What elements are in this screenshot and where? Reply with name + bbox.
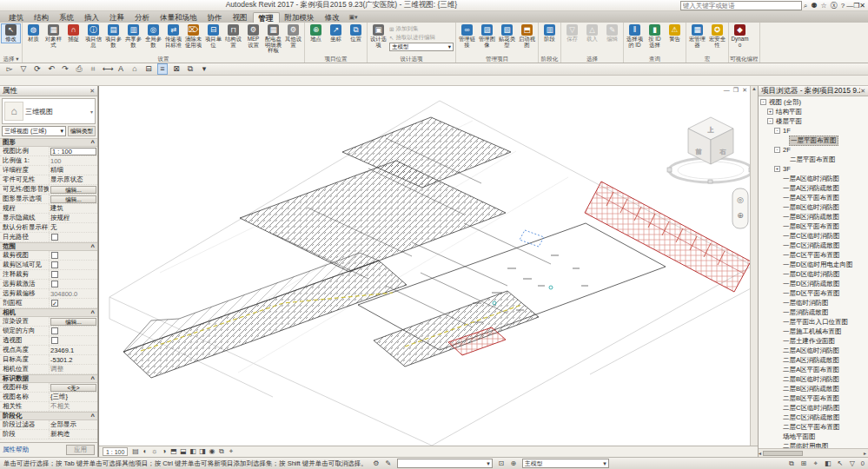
tree-expander-icon[interactable]: -	[774, 147, 780, 153]
ribbon-display-toggle[interactable]: ▣▾	[349, 14, 358, 21]
property-value[interactable]: 按规程	[50, 214, 70, 222]
sun-path-icon[interactable]: ☼	[149, 447, 159, 456]
tab-分析[interactable]: 分析	[129, 12, 155, 23]
exchange-apps-icon[interactable]: Ⓧ	[831, 2, 838, 10]
tree-expander-icon[interactable]: +	[767, 109, 773, 115]
ribbon-button-Dynamo[interactable]: ◆Dynamo	[730, 23, 750, 49]
ribbon-button-管理图像[interactable]: ▨管理图像	[477, 23, 497, 49]
tree-item[interactable]: 二层C区临时消防图	[759, 403, 868, 413]
tree-item[interactable]: 二层B区消防疏散图	[759, 384, 868, 393]
tree-item[interactable]: 场地平面图	[759, 432, 868, 441]
visual-style-icon[interactable]: ◐	[140, 447, 149, 456]
thin-lines-icon[interactable]: ≡	[157, 63, 168, 75]
navigation-bar[interactable]: ◎ ⊕	[732, 188, 748, 228]
property-value[interactable]: -5301.2	[50, 356, 72, 364]
canvas-vertical-scrollbar[interactable]: ▲	[750, 86, 758, 446]
tab-附加模块[interactable]: 附加模块	[280, 12, 320, 23]
property-value[interactable]: 304800.0	[50, 290, 77, 298]
scroll-up-icon[interactable]: ▲	[752, 86, 757, 91]
tree-item[interactable]: 一层消防疏散图	[759, 307, 868, 317]
tree-item[interactable]: 二层B区临时消防图	[759, 374, 868, 384]
reveal-hidden-elements-icon[interactable]: ◉	[207, 447, 216, 456]
ribbon-button-选择项的 ID[interactable]: ‖选择项的 ID	[625, 23, 645, 49]
shadows-icon[interactable]: ◑	[159, 447, 169, 456]
tree-expander-icon[interactable]: -	[760, 99, 766, 105]
tree-item[interactable]: 一层C区临时消防图	[759, 231, 868, 241]
ribbon-button-按 ID 选择[interactable]: ▮按 ID 选择	[645, 23, 665, 49]
ribbon-button-全局参数[interactable]: ◎全局参数	[143, 23, 163, 49]
ribbon-button-清除未使用项[interactable]: ⌦清除未使用项	[183, 23, 203, 49]
project-browser-close-icon[interactable]: ✕	[860, 88, 865, 95]
drag-on-selection-icon[interactable]: ↖	[835, 459, 845, 468]
tree-item[interactable]: 一层A区临时消防图	[759, 174, 868, 183]
tree-item[interactable]: 一层C区消防疏散图	[759, 241, 868, 250]
property-edit-button[interactable]: 编辑...	[50, 195, 96, 203]
aligned-dimension-icon[interactable]: ⟷	[102, 63, 112, 75]
property-value[interactable]: 23469.1	[50, 347, 74, 354]
tree-item[interactable]: 二层A区消防疏散图	[759, 355, 868, 365]
undo-icon[interactable]: ↶	[46, 63, 56, 75]
type-selector[interactable]: ⌂ 三维视图 ▾	[2, 98, 96, 124]
ribbon-button-MEP 设置[interactable]: ⚙MEP 设置	[243, 23, 263, 49]
ribbon-button-警告[interactable]: ⚠警告	[665, 23, 685, 43]
property-value[interactable]: 调整	[50, 365, 63, 373]
select-links-icon[interactable]: ⧉	[786, 459, 797, 468]
tree-item[interactable]: 二层C区平面布置图	[759, 422, 868, 432]
view-close-icon[interactable]: ✕	[742, 87, 747, 94]
property-value[interactable]: 建筑	[50, 204, 63, 213]
switch-windows-icon[interactable]: ⧉	[185, 63, 195, 75]
tree-item[interactable]: 一层B区平面布置图	[759, 221, 868, 231]
view-minimize-icon[interactable]: —	[724, 87, 730, 94]
ribbon-button-宏安全性[interactable]: ✪宏安全性	[707, 23, 727, 49]
detail-level-icon[interactable]: ▤	[130, 447, 140, 456]
crop-view-icon[interactable]: ⬓	[178, 447, 188, 456]
tree-item[interactable]: 二层B区平面布置图	[759, 393, 868, 403]
tab-管理[interactable]: 管理	[253, 12, 280, 23]
ribbon-button-位置[interactable]: ⧉位置	[346, 23, 366, 43]
tree-item[interactable]: 一层平面布置图	[759, 135, 868, 145]
tree-item[interactable]: 一层施工机械布置图	[759, 327, 868, 336]
ribbon-button-地点[interactable]: ⊕地点	[306, 23, 326, 43]
active-workset-select[interactable]: ▾	[397, 459, 493, 468]
ribbon-button-保存[interactable]: ▽保存	[562, 23, 582, 43]
tab-建筑[interactable]: 建筑	[3, 12, 29, 23]
property-value[interactable]: 100	[50, 157, 62, 165]
ribbon-button-管理链接[interactable]: ∞管理链接	[457, 23, 477, 49]
property-value[interactable]: 显示原状态	[50, 175, 83, 184]
temporary-view-properties-icon[interactable]: ⧉	[216, 447, 226, 456]
ribbon-button-项目单位[interactable]: ⊟项目单位	[203, 23, 223, 49]
active-design-option-select[interactable]: 主模型▾	[522, 459, 609, 468]
tree-item[interactable]: 一层B区消防疏散图	[759, 212, 868, 221]
signin-icon[interactable]: ⚉	[811, 2, 817, 10]
ribbon-button-编辑[interactable]: ✎编辑	[602, 23, 622, 43]
tab-插入[interactable]: 插入	[79, 12, 104, 23]
tree-item[interactable]: -1F	[759, 126, 868, 135]
select-by-face-icon[interactable]: ◧	[823, 459, 833, 468]
model-3d-view[interactable]: 上 前 右 ◎ ⊕	[99, 86, 751, 446]
sync-with-central-icon[interactable]: ⟳	[32, 63, 43, 75]
select-pinned-icon[interactable]: ⌖	[811, 459, 821, 468]
infocenter-search-input[interactable]	[680, 1, 802, 10]
ribbon-button-贴花类型[interactable]: ▧贴花类型	[497, 23, 517, 49]
tree-item[interactable]: 一层D区临时消防图	[759, 269, 868, 279]
measure-icon[interactable]: ⌗	[88, 63, 98, 75]
property-checkbox[interactable]	[51, 261, 58, 268]
tab-视图[interactable]: 视图	[228, 12, 253, 23]
tree-item[interactable]: 二层平面布置图	[759, 155, 868, 164]
search-icon[interactable]: ⌕	[804, 2, 807, 10]
ribbon-button-阶段[interactable]: ▥阶段	[540, 23, 560, 43]
tree-expander-icon[interactable]: -	[774, 128, 780, 134]
ribbon-button-结构设置[interactable]: ⊓结构设置	[223, 23, 243, 49]
property-checkbox[interactable]: ✓	[51, 300, 58, 307]
property-edit-button[interactable]: <无>	[50, 384, 96, 392]
building-model[interactable]	[123, 117, 666, 378]
property-checkbox[interactable]	[51, 327, 58, 334]
tab-注释[interactable]: 注释	[104, 12, 129, 23]
property-checkbox[interactable]	[51, 337, 58, 344]
favorites-icon[interactable]: ☆	[821, 2, 827, 10]
ribbon-button-项目信息[interactable]: ⓘ项目信息	[83, 23, 103, 49]
property-edit-button[interactable]: 编辑...	[50, 186, 96, 194]
tree-item[interactable]: 二层C区消防疏散图	[759, 413, 868, 422]
property-checkbox[interactable]	[51, 234, 58, 241]
print-icon[interactable]: ⎙	[74, 63, 84, 75]
